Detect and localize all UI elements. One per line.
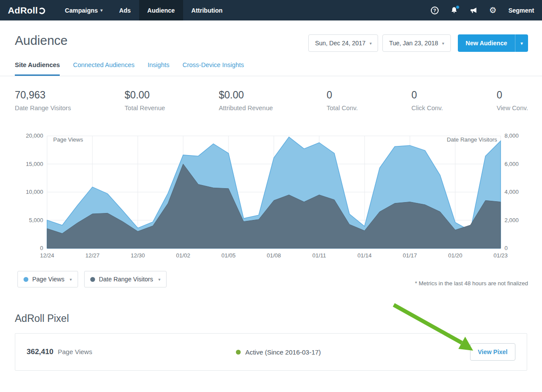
nav-campaigns-label: Campaigns [65, 7, 98, 14]
svg-text:01/17: 01/17 [403, 252, 417, 259]
tab-insights[interactable]: Insights [148, 61, 170, 76]
svg-text:8,000: 8,000 [505, 132, 519, 139]
stat-total-conv: 0 Total Conv. [327, 89, 358, 112]
svg-text:12/24: 12/24 [40, 252, 55, 259]
header-controls: Sun, Dec 24, 2017 ▾ Tue, Jan 23, 2018 ▾ … [308, 34, 528, 52]
stat-view-conv: 0 View Conv. [497, 89, 528, 112]
stat-label: Total Conv. [327, 105, 358, 112]
pixel-page-views-label: Page Views [58, 348, 92, 355]
stat-value: 0 [327, 89, 358, 101]
svg-text:10,000: 10,000 [26, 189, 43, 195]
stat-label: Date Range Visitors [15, 105, 71, 112]
stat-label: Attributed Revenue [219, 105, 273, 112]
adroll-logo-curl-icon [39, 7, 45, 15]
stat-attributed-revenue: $0.00 Attributed Revenue [219, 89, 273, 112]
pixel-page-views: 362,410 Page Views [27, 348, 92, 356]
megaphone-glyph [470, 7, 477, 14]
settings-gear-icon[interactable]: ⚙ [489, 6, 497, 14]
svg-text:12/27: 12/27 [85, 252, 100, 259]
svg-text:4,000: 4,000 [505, 189, 519, 195]
svg-text:01/11: 01/11 [312, 252, 326, 259]
svg-text:01/23: 01/23 [494, 252, 508, 259]
pixel-status: Active (Since 2016-03-17) [236, 348, 320, 356]
nav-audience[interactable]: Audience [139, 0, 183, 20]
legend-row: Page Views ▾ Date Range Visitors ▾ * Met… [0, 271, 542, 287]
legend-visitors-label: Date Range Visitors [99, 276, 153, 283]
legend-visitors-dropdown[interactable]: Date Range Visitors ▾ [84, 271, 167, 287]
announcements-megaphone-icon[interactable] [470, 7, 477, 14]
nav-segment[interactable]: Segment [508, 7, 534, 14]
adroll-logo-text: AdRoll [8, 5, 38, 16]
nav-campaigns[interactable]: Campaigns ▾ [57, 0, 111, 20]
help-question-glyph: ? [431, 7, 439, 14]
date-end-value: Tue, Jan 23, 2018 [389, 40, 438, 47]
svg-text:20,000: 20,000 [26, 132, 43, 139]
svg-text:0: 0 [40, 245, 43, 251]
help-icon[interactable]: ? [431, 7, 439, 14]
stat-value: 0 [412, 89, 443, 101]
adroll-pixel-title: AdRoll Pixel [15, 313, 527, 324]
svg-text:5,000: 5,000 [29, 217, 43, 223]
nav-attribution[interactable]: Attribution [183, 0, 231, 20]
tab-connected-audiences[interactable]: Connected Audiences [73, 61, 134, 76]
gear-glyph: ⚙ [489, 6, 497, 14]
svg-text:12/30: 12/30 [131, 252, 145, 259]
svg-text:01/14: 01/14 [358, 252, 372, 259]
traffic-area-chart: 12/2412/2712/3001/0201/0501/0801/1101/14… [0, 129, 542, 260]
stat-value: $0.00 [219, 89, 273, 101]
legend-buttons: Page Views ▾ Date Range Visitors ▾ [17, 271, 167, 287]
adroll-pixel-card: 362,410 Page Views Active (Since 2016-03… [15, 333, 527, 371]
svg-text:Date Range Visitors: Date Range Visitors [447, 136, 498, 143]
stat-date-range-visitors: 70,963 Date Range Visitors [15, 89, 71, 112]
new-audience-button[interactable]: New Audience [458, 34, 515, 52]
status-active-dot [236, 350, 241, 355]
summary-stats: 70,963 Date Range Visitors $0.00 Total R… [0, 76, 542, 112]
legend-page-views-dropdown[interactable]: Page Views ▾ [17, 271, 78, 287]
chart-canvas: 12/2412/2712/3001/0201/0501/0801/1101/14… [0, 129, 542, 260]
stat-click-conv: 0 Click Conv. [412, 89, 443, 112]
stat-total-revenue: $0.00 Total Revenue [125, 89, 165, 112]
main-nav: Campaigns ▾ Ads Audience Attribution [57, 0, 231, 20]
chevron-down-icon: ▾ [100, 8, 102, 13]
date-end-dropdown[interactable]: Tue, Jan 23, 2018 ▾ [382, 34, 450, 52]
stat-value: 0 [497, 89, 528, 101]
date-start-dropdown[interactable]: Sun, Dec 24, 2017 ▾ [308, 34, 378, 52]
metrics-footnote: * Metrics in the last 48 hours are not f… [415, 280, 528, 287]
svg-text:01/08: 01/08 [267, 252, 281, 259]
notifications-bell-icon[interactable] [450, 7, 458, 14]
adroll-logo[interactable]: AdRoll [0, 0, 57, 20]
chevron-down-icon: ▾ [70, 277, 72, 282]
chevron-down-icon: ▾ [158, 277, 160, 282]
nav-ads[interactable]: Ads [111, 0, 139, 20]
stat-label: Click Conv. [412, 105, 443, 112]
svg-text:01/05: 01/05 [222, 252, 236, 259]
page-views-series-dot [24, 277, 28, 282]
stat-label: View Conv. [497, 105, 528, 112]
page-title: Audience [15, 34, 68, 48]
top-navbar: AdRoll Campaigns ▾ Ads Audience Attribut… [0, 0, 542, 20]
stat-value: $0.00 [125, 89, 165, 101]
navbar-utilities: ? ⚙ Segment [431, 0, 542, 20]
tab-site-audiences[interactable]: Site Audiences [15, 61, 60, 76]
tab-cross-device-insights[interactable]: Cross-Device Insights [182, 61, 244, 76]
new-audience-split-button: New Audience ▾ [458, 34, 528, 52]
view-pixel-button[interactable]: View Pixel [470, 343, 515, 361]
svg-text:2,000: 2,000 [505, 217, 519, 223]
svg-text:01/20: 01/20 [448, 252, 463, 259]
new-audience-caret-button[interactable]: ▾ [515, 34, 528, 52]
svg-text:15,000: 15,000 [26, 161, 43, 167]
svg-text:0: 0 [505, 245, 508, 251]
date-start-value: Sun, Dec 24, 2017 [315, 40, 365, 47]
page-header: Audience Sun, Dec 24, 2017 ▾ Tue, Jan 23… [0, 20, 542, 52]
svg-text:01/02: 01/02 [176, 252, 191, 259]
notification-badge [456, 5, 460, 9]
stat-label: Total Revenue [125, 105, 165, 112]
pixel-page-views-value: 362,410 [27, 348, 53, 356]
adroll-pixel-section: AdRoll Pixel 362,410 Page Views Active (… [0, 313, 542, 371]
chevron-down-icon: ▾ [369, 41, 372, 46]
svg-text:6,000: 6,000 [505, 161, 519, 167]
svg-text:Page Views: Page Views [53, 136, 83, 143]
stat-value: 70,963 [15, 89, 71, 101]
status-text: Active (Since 2016-03-17) [245, 348, 320, 356]
legend-page-views-label: Page Views [32, 276, 65, 283]
